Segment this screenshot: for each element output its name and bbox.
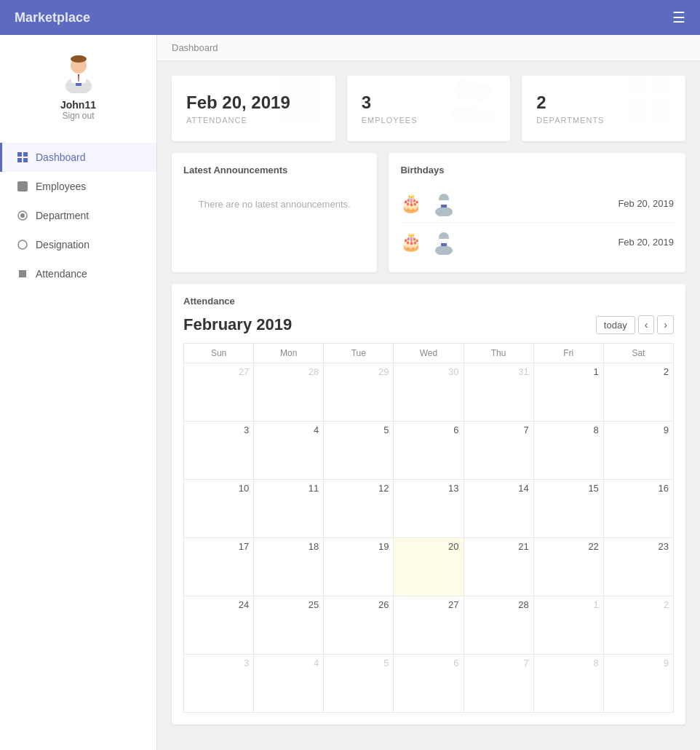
attendance-section-title: Attendance xyxy=(183,296,674,307)
calendar-day-cell[interactable]: 29 xyxy=(324,363,394,422)
calendar-day-header: Thu xyxy=(464,344,533,363)
birthday-row-1: 🎂 Feb 20, 2019 xyxy=(400,184,674,223)
calendar-day-cell[interactable]: 15 xyxy=(533,480,603,538)
employees-label: EMPLOYEES xyxy=(362,116,418,125)
calendar-day-cell[interactable]: 21 xyxy=(464,538,533,596)
next-month-button[interactable]: › xyxy=(657,315,674,334)
calendar-day-cell[interactable]: 27 xyxy=(394,596,464,655)
calendar-day-cell[interactable]: 4 xyxy=(254,655,324,713)
calendar-table: SunMonTueWedThuFriSat 272829303112345678… xyxy=(183,343,674,713)
svg-point-21 xyxy=(455,79,475,100)
calendar-day-cell[interactable]: 9 xyxy=(603,422,673,480)
departments-value: 2 xyxy=(536,92,604,113)
sidebar-item-designation[interactable]: Designation xyxy=(0,230,156,259)
calendar-nav: today ‹ › xyxy=(596,315,674,334)
svg-point-14 xyxy=(20,213,25,218)
main-content: Dashboard Feb 20, 2019 ATTENDANCE xyxy=(157,35,700,750)
calendar-day-cell[interactable]: 8 xyxy=(533,655,603,713)
sidebar-item-dashboard[interactable]: Dashboard xyxy=(0,143,156,172)
prev-month-button[interactable]: ‹ xyxy=(638,315,655,334)
calendar-day-cell[interactable]: 5 xyxy=(324,655,394,713)
calendar-day-cell[interactable]: 27 xyxy=(184,363,254,422)
departments-label: DEPARTMENTS xyxy=(536,116,604,125)
calendar-day-cell[interactable]: 20 xyxy=(394,538,464,596)
middle-row: Latest Announcements There are no latest… xyxy=(157,141,700,272)
calendar-day-header: Sat xyxy=(603,344,673,363)
calendar-day-cell[interactable]: 4 xyxy=(254,422,324,480)
calendar-week-row: 272829303112 xyxy=(184,363,674,422)
calendar-week-row: 242526272812 xyxy=(184,596,674,655)
stat-departments: 2 DEPARTMENTS xyxy=(522,76,685,141)
svg-rect-26 xyxy=(652,76,672,95)
svg-rect-27 xyxy=(626,101,646,122)
svg-rect-20 xyxy=(283,111,303,117)
department-icon xyxy=(17,210,28,221)
main-layout: John11 Sign out Dashboard Employees xyxy=(0,35,700,750)
svg-rect-19 xyxy=(283,101,315,107)
calendar-day-cell[interactable]: 31 xyxy=(464,363,533,422)
cake-icon-1: 🎂 xyxy=(400,193,422,213)
cake-icon-2: 🎂 xyxy=(400,232,422,252)
calendar-day-cell[interactable]: 2 xyxy=(603,596,673,655)
calendar-day-cell[interactable]: 3 xyxy=(184,422,254,480)
stats-row: Feb 20, 2019 ATTENDANCE 3 EMPLOYEES xyxy=(157,61,700,141)
birthday-date-1: Feb 20, 2019 xyxy=(618,198,674,209)
calendar-day-cell[interactable]: 28 xyxy=(464,596,533,655)
username: John11 xyxy=(60,99,96,111)
calendar-day-cell[interactable]: 1 xyxy=(533,596,603,655)
stat-employees: 3 EMPLOYEES xyxy=(347,76,511,141)
user-profile: John11 Sign out xyxy=(57,50,100,121)
svg-point-7 xyxy=(71,55,87,63)
calendar-day-header: Fri xyxy=(533,344,603,363)
svg-rect-11 xyxy=(23,158,28,162)
calendar-day-cell[interactable]: 2 xyxy=(603,363,673,422)
calendar-day-cell[interactable]: 22 xyxy=(533,538,603,596)
calendar-day-cell[interactable]: 26 xyxy=(324,596,394,655)
menu-icon[interactable]: ☰ xyxy=(672,9,685,26)
calendar-day-cell[interactable]: 17 xyxy=(184,538,254,596)
sidebar-item-department[interactable]: Department xyxy=(0,201,156,230)
calendar-day-cell[interactable]: 10 xyxy=(184,480,254,538)
calendar-day-cell[interactable]: 9 xyxy=(603,655,673,713)
calendar-day-header: Sun xyxy=(184,344,254,363)
signout-link[interactable]: Sign out xyxy=(62,111,94,121)
calendar-day-cell[interactable]: 7 xyxy=(464,422,533,480)
calendar-day-cell[interactable]: 18 xyxy=(254,538,324,596)
calendar-day-cell[interactable]: 13 xyxy=(394,480,464,538)
calendar-day-cell[interactable]: 7 xyxy=(464,655,533,713)
calendar-day-cell[interactable]: 6 xyxy=(394,422,464,480)
calendar-day-cell[interactable]: 23 xyxy=(603,538,673,596)
svg-rect-28 xyxy=(652,101,672,122)
svg-point-22 xyxy=(474,84,491,101)
birthday-row-2: 🎂 Feb 20, 2019 xyxy=(400,223,674,261)
calendar-day-cell[interactable]: 11 xyxy=(254,480,324,538)
calendar-day-cell[interactable]: 8 xyxy=(533,422,603,480)
calendar-day-cell[interactable]: 25 xyxy=(254,596,324,655)
calendar-day-cell[interactable]: 30 xyxy=(394,363,464,422)
calendar-day-cell[interactable]: 6 xyxy=(394,655,464,713)
birthdays-title: Birthdays xyxy=(400,165,674,175)
calendar-day-cell[interactable]: 16 xyxy=(603,480,673,538)
employees-value: 3 xyxy=(362,92,418,113)
announcements-empty: There are no latest announcements. xyxy=(183,184,365,224)
calendar-day-cell[interactable]: 19 xyxy=(324,538,394,596)
stat-attendance: Feb 20, 2019 ATTENDANCE xyxy=(172,76,335,141)
calendar-day-cell[interactable]: 12 xyxy=(324,480,394,538)
departments-bg-icon xyxy=(620,76,678,138)
calendar-day-cell[interactable]: 14 xyxy=(464,480,533,538)
svg-point-24 xyxy=(469,110,496,123)
svg-rect-36 xyxy=(439,239,449,243)
department-label: Department xyxy=(36,210,89,221)
announcements-card: Latest Announcements There are no latest… xyxy=(172,153,377,272)
sidebar-item-employees[interactable]: Employees xyxy=(0,172,156,201)
calendar-week-row: 3456789 xyxy=(184,655,674,713)
calendar-day-cell[interactable]: 24 xyxy=(184,596,254,655)
calendar-week-row: 17181920212223 xyxy=(184,538,674,596)
calendar-day-cell[interactable]: 28 xyxy=(254,363,324,422)
calendar-day-cell[interactable]: 3 xyxy=(184,655,254,713)
calendar-day-cell[interactable]: 5 xyxy=(324,422,394,480)
svg-rect-18 xyxy=(283,91,315,97)
today-button[interactable]: today xyxy=(596,316,635,334)
sidebar-item-attendance[interactable]: Attendance xyxy=(0,259,156,288)
calendar-day-cell[interactable]: 1 xyxy=(533,363,603,422)
